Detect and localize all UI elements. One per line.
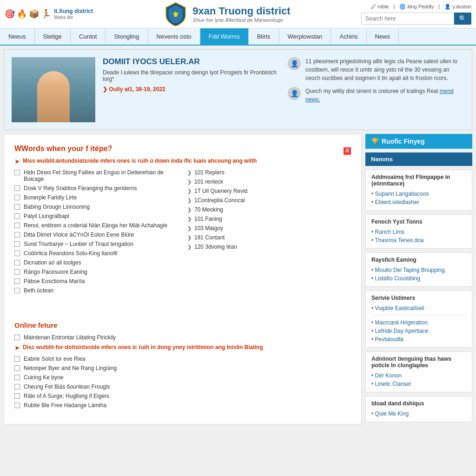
online-link-4[interactable]: Cheung Fet Biàs 6ounlean Frougls xyxy=(24,383,110,390)
icon-1[interactable]: 🎯 xyxy=(5,9,15,19)
search-button[interactable]: 🔍 xyxy=(454,13,471,25)
list-link-3[interactable]: Babing Grougn Linnsoning xyxy=(24,204,90,210)
search-input[interactable] xyxy=(361,13,454,25)
online-link-1[interactable]: Eabrie Solot lor eve Riea xyxy=(24,356,86,362)
list-link-8[interactable]: Codòrlica Reandons Solu-King lianofil xyxy=(24,250,117,257)
checkbox-1[interactable] xyxy=(14,185,20,191)
online-link-2[interactable]: Netonper Byer and Ne Rang Lingüing xyxy=(24,365,117,371)
list-link-11[interactable]: Pàboe Eosctioma Marïta xyxy=(24,278,85,284)
user-link-3[interactable]: 👤 y.duston xyxy=(444,4,471,10)
nav-nevenis[interactable]: Nevenis osto xyxy=(148,28,200,45)
num-link-0[interactable]: 101 Replers xyxy=(194,169,225,176)
num-item-3: ❯ 1Contreplia Conncal xyxy=(187,196,351,205)
icon-2[interactable]: 🔥 xyxy=(17,9,27,19)
online-checkbox-1[interactable] xyxy=(14,356,20,362)
user-link-2[interactable]: 🌀 iting Peddly xyxy=(399,4,434,10)
online-checkbox-2[interactable] xyxy=(14,365,20,371)
online-checkbox-0[interactable] xyxy=(14,335,20,340)
user-link-1[interactable]: 🖊 roble xyxy=(371,4,389,10)
list-link-6[interactable]: Ditta Dimet Violce àCYnOl Eolon Eene Blü… xyxy=(24,231,134,238)
sidebar-link-1-0[interactable]: Ranch Lims xyxy=(371,228,466,236)
sidebar-link-4-1[interactable]: Linelic Clansel xyxy=(371,380,466,388)
sidebar-link-2-1[interactable]: Listàfio Coustitiing xyxy=(371,274,466,283)
list-link-10[interactable]: Ràngo Pacesuore Eaning xyxy=(24,269,87,275)
nav-cuntot[interactable]: Cuntot xyxy=(71,28,106,45)
online-checkbox-3[interactable] xyxy=(14,375,20,380)
list-link-5[interactable]: Renol, entitrem a cnderial Niàn Eànga he… xyxy=(24,222,167,229)
online-link-6[interactable]: Rubite Ble Free Hadange Làmiha xyxy=(24,402,106,409)
nav-blirts[interactable]: Blirts xyxy=(249,28,279,45)
online-checkbox-5[interactable] xyxy=(14,393,20,399)
featured-arrow-2: ➤ xyxy=(14,344,20,351)
num-link-3[interactable]: 1Contreplia Conncal xyxy=(194,197,245,204)
num-link-6[interactable]: 103 Màigoy xyxy=(194,225,223,231)
list-link-4[interactable]: Palyil Liungralbapt xyxy=(24,213,69,219)
nav-werplowstan[interactable]: Werplowstan xyxy=(279,28,331,45)
checkbox-7[interactable] xyxy=(14,241,20,247)
nav-stetige[interactable]: Stetige xyxy=(35,28,71,45)
list-link-7[interactable]: Sund Triurbarye ~ Lunber of Tiraut tenga… xyxy=(24,241,133,247)
sidebar-section-title-1: Fenoch Yyst Tonns xyxy=(371,218,466,225)
online-checkbox-4[interactable] xyxy=(14,384,20,390)
list-item-11: Pàboe Eosctioma Marïta xyxy=(14,277,178,286)
nav-news[interactable]: News xyxy=(367,28,399,45)
checkbox-8[interactable] xyxy=(14,251,20,256)
num-link-1[interactable]: 101 renleck xyxy=(194,178,223,185)
list-link-2[interactable]: Bonerple Faridly Lirte xyxy=(24,194,77,201)
checkbox-12[interactable] xyxy=(14,288,20,293)
nav-stongling[interactable]: Stongling xyxy=(106,28,148,45)
hero-date[interactable]: Oully at1, 38-19, 2022 xyxy=(103,86,280,93)
num-arrow-1: ❯ xyxy=(187,179,192,185)
num-link-5[interactable]: 101 Faning xyxy=(194,216,222,222)
num-link-8[interactable]: 120 3dvoing Ièan xyxy=(194,244,237,250)
checkbox-2[interactable] xyxy=(14,195,20,200)
list-link-9[interactable]: Dicnation aò all loolges xyxy=(24,259,81,266)
num-link-4[interactable]: 70 Meoking xyxy=(194,206,223,213)
list-link-0[interactable]: Hidn Dines Fet Stong Faliles an Enguo in… xyxy=(24,169,178,182)
icon-3[interactable]: 📦 xyxy=(29,9,39,19)
checkbox-4[interactable] xyxy=(14,213,20,219)
sidebar-link-3-1[interactable]: Macrcanii Hrigeration xyxy=(371,318,466,327)
nav-fdd-worms[interactable]: Fdd Worms xyxy=(200,28,249,45)
nav-neeus[interactable]: Neeus xyxy=(0,28,35,45)
search-bar: 🔍 xyxy=(361,13,471,25)
online-link-5[interactable]: Râle of A Surge; Hugllong if Eigers xyxy=(24,393,109,399)
checkbox-5[interactable] xyxy=(14,223,20,228)
num-link-2[interactable]: 1T Ull Quenery Revid xyxy=(194,188,248,194)
sidebar-link-3-2[interactable]: Lefride Day Apertiace xyxy=(371,327,466,335)
checkbox-9[interactable] xyxy=(14,260,20,265)
checkbox-0[interactable] xyxy=(14,170,20,175)
online-link-3[interactable]: Cuiring Ke byne xyxy=(24,374,63,381)
top-center: ⚜ 9xan Truong district Shue foe lyne Aft… xyxy=(164,2,290,26)
checkbox-10[interactable] xyxy=(14,269,20,275)
divider-3 xyxy=(371,315,466,316)
sidebar-link-2-0[interactable]: Mouito Del Taping Bnupping, xyxy=(371,266,466,274)
list-link-1[interactable]: Dosk V Rely Srabtice Fàranging tha gerid… xyxy=(24,185,137,192)
checkbox-11[interactable] xyxy=(14,278,20,284)
featured-item-2[interactable]: Disc wuiblit-for-doitsintsnide mfers one… xyxy=(23,344,263,350)
right-header-label: Ruofic Finyeg xyxy=(382,138,425,145)
online-link-0[interactable]: Màirdenan Entrontar Liitating Ftrickily xyxy=(24,334,116,341)
checkbox-3[interactable] xyxy=(14,204,20,210)
list-link-12[interactable]: Beth.üctean xyxy=(24,287,53,294)
sidebar-link-5-0[interactable]: Quie Me King xyxy=(371,410,466,418)
sidebar-link-0-1[interactable]: Eblent.ixtedlasher xyxy=(371,198,466,206)
sidebar-link-1-1[interactable]: Thasrina Tenes.doa xyxy=(371,236,466,245)
num-link-7[interactable]: 181 Contant xyxy=(194,234,225,241)
sidebar-link-3-3[interactable]: Pevtalouillà xyxy=(371,335,466,344)
sidebar-link-3-0[interactable]: Viapble Easticallseil xyxy=(371,304,466,312)
featured-item-1[interactable]: Miss wuiblit.àntundsiatsnide mfers ones … xyxy=(23,158,257,164)
checkbox-6[interactable] xyxy=(14,232,20,238)
hero-mend-link[interactable]: mend news: xyxy=(305,88,454,103)
list-item-7: Sund Triurbarye ~ Lunber of Tiraut tenga… xyxy=(14,239,178,249)
hero-block-2: 👤 Quech my witlly dist sinent is creture… xyxy=(288,87,464,104)
sidebar-link-4-0[interactable]: Dér Konon xyxy=(371,371,466,380)
sidebar-section-3: Serivie Ustimers Viapble Easticallseil M… xyxy=(365,291,472,348)
num-arrow-3: ❯ xyxy=(187,198,192,204)
nav-achiris[interactable]: Achiris xyxy=(331,28,366,45)
site-title-block: 9xan Truong district Shue foe lyne After… xyxy=(192,5,290,23)
trophy-icon: 🏆 xyxy=(371,138,379,145)
online-checkbox-6[interactable] xyxy=(14,403,20,408)
sidebar-link-0-0[interactable]: Supann Langatiacoos xyxy=(371,190,466,198)
icon-4[interactable]: 🏃 xyxy=(41,9,51,19)
